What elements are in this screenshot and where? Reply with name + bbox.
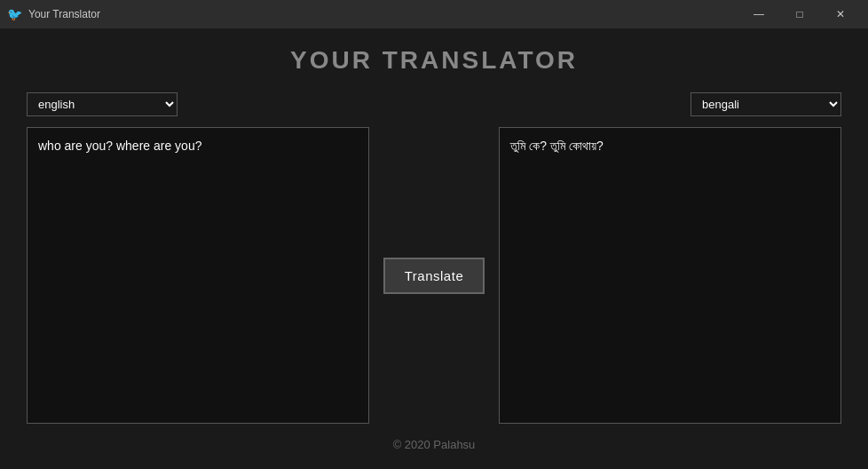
source-language-select[interactable]: english spanish french german chinese ja… (27, 92, 178, 116)
controls-row: english spanish french german chinese ja… (27, 92, 841, 116)
footer: © 2020 Palahsu (393, 438, 476, 451)
translated-text: তুমি কে? তুমি কোথায়? (510, 139, 603, 153)
translate-btn-container: Translate (369, 127, 500, 424)
translated-text-panel: তুমি কে? তুমি কোথায়? (499, 127, 841, 424)
target-language-select[interactable]: english spanish french german chinese ja… (690, 92, 841, 116)
source-text-panel: who are you? where are you? (27, 127, 369, 424)
close-button[interactable]: ✕ (820, 0, 861, 28)
app-title: YOUR TRANSLATOR (290, 46, 578, 75)
minimize-button[interactable]: — (738, 0, 779, 28)
title-bar-controls: — □ ✕ (738, 0, 861, 28)
title-bar-title: Your Translator (28, 8, 100, 20)
app-icon: 🐦 (7, 7, 21, 21)
main-content: YOUR TRANSLATOR english spanish french g… (0, 28, 868, 469)
maximize-button[interactable]: □ (779, 0, 820, 28)
translation-area: who are you? where are you? Translate তু… (27, 127, 841, 424)
translate-button[interactable]: Translate (383, 258, 485, 294)
source-text: who are you? where are you? (38, 139, 201, 153)
title-bar-left: 🐦 Your Translator (7, 7, 100, 21)
title-bar: 🐦 Your Translator — □ ✕ (0, 0, 868, 28)
